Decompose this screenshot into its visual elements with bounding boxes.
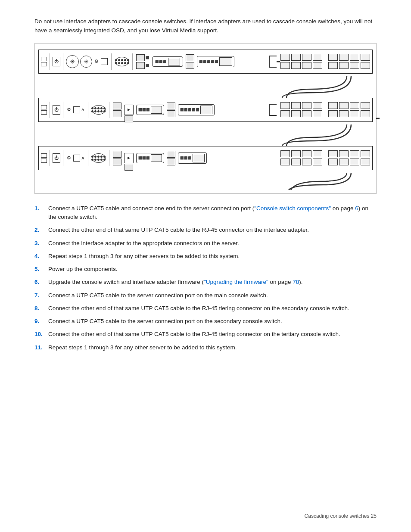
step-7-text: Connect a UTP CAT5 cable to the server c…	[48, 291, 377, 300]
step-6-num: 6.	[34, 278, 44, 286]
step-8-num: 8.	[34, 304, 44, 313]
sw2-ports-right	[280, 102, 370, 117]
step-3-text: Connect the interface adapter to the app…	[48, 239, 377, 248]
sw2-left: ⏻ ⚙ A	[41, 102, 84, 118]
page-footer: Cascading console switches 25	[305, 513, 377, 519]
dot-grid-1	[115, 59, 129, 64]
step-4: 4. Repeat steps 1 through 3 for any othe…	[34, 252, 377, 261]
step-1-link1[interactable]: "Console switch components"	[254, 205, 331, 212]
sw3-left: ⏻ ⚙ A	[41, 150, 84, 166]
step-1: 1. Connect a UTP CAT5 cable and connect …	[34, 204, 377, 222]
sw1-sep2	[63, 53, 63, 70]
step-2: 2. Connect the other end of that same UT…	[34, 226, 377, 234]
step-8: 8. Connect the other end of that same UT…	[34, 304, 377, 313]
step-2-num: 2.	[34, 226, 44, 234]
switch-row-1: ⏻ ✳ ✳ ⚙	[38, 50, 373, 74]
cable-2	[38, 124, 373, 146]
step-1-link2[interactable]: 6	[355, 205, 358, 212]
cable-1	[38, 76, 373, 98]
sw2-dots	[92, 105, 106, 115]
cable-3	[38, 173, 373, 190]
step-5-num: 5.	[34, 265, 44, 274]
step-11-text: Repeat steps 1 through 3 for any other s…	[48, 343, 377, 352]
instructions-list: 1. Connect a UTP CAT5 cable and connect …	[34, 204, 377, 352]
switch-row-2: ⏻ ⚙ A	[38, 98, 373, 122]
step-9-num: 9.	[34, 317, 44, 326]
sw1-box1	[41, 57, 47, 61]
sw1-middle: ⬛ ⬛ ⬛⬛⬛ ⬛⬛⬛⬛⬛	[136, 54, 234, 69]
sw1-sep4	[132, 53, 133, 70]
sw3-dots	[92, 153, 106, 163]
step-8-text: Connect the other end of that same UTP C…	[48, 304, 377, 313]
step-9: 9. Connect a UTP CAT5 cable to the serve…	[34, 317, 377, 326]
step-1-text: Connect a UTP CAT5 cable and connect one…	[48, 204, 377, 222]
sw3-ports-right	[280, 150, 370, 165]
sw1-sep3	[111, 53, 112, 70]
sw1-dots	[115, 57, 129, 66]
sw1-boxes	[41, 57, 47, 66]
step-4-text: Repeat steps 1 through 3 for any other s…	[48, 252, 377, 261]
step-10: 10. Connect the other end of that same U…	[34, 330, 377, 339]
step-11-num: 11.	[34, 343, 44, 352]
step-6: 6. Upgrade the console switch and interf…	[34, 278, 377, 286]
sw1-left: ⏻ ✳ ✳ ⚙	[41, 53, 108, 70]
sw1-box2	[41, 62, 47, 66]
sw2-middle: ▶ ⬛⬛⬛ ⬛⬛⬛⬛⬛	[113, 103, 215, 117]
step-5: 5. Power up the components.	[34, 265, 377, 274]
step-7: 7. Connect a UTP CAT5 cable to the serve…	[34, 291, 377, 300]
step-1-num: 1.	[34, 204, 44, 213]
step-4-num: 4.	[34, 252, 44, 261]
step-6-link1[interactable]: "Upgrading the firmware"	[204, 279, 268, 285]
sw1-sep1	[50, 53, 50, 70]
step-11: 11. Repeat steps 1 through 3 for any oth…	[34, 343, 377, 352]
step-3: 3. Connect the interface adapter to the …	[34, 239, 377, 248]
step-6-text: Upgrade the console switch and interface…	[48, 278, 377, 286]
footer-text: Cascading console switches 25	[305, 513, 377, 519]
step-9-text: Connect a UTP CAT5 cable to the server c…	[48, 317, 377, 326]
step-3-num: 3.	[34, 239, 44, 248]
sw1-ports-right	[280, 54, 370, 69]
step-10-text: Connect the other end of that same UTP C…	[48, 330, 377, 339]
cable-svg-2	[278, 124, 364, 146]
cable-svg-1	[278, 76, 364, 98]
step-7-num: 7.	[34, 291, 44, 300]
step-6-link2[interactable]: 78	[293, 279, 299, 285]
step-2-text: Connect the other end of that same UTP C…	[48, 226, 377, 234]
cable-svg-3	[278, 173, 364, 190]
switch-row-3: ⏻ ⚙ A ▶	[38, 146, 373, 170]
intro-paragraph: Do not use interface adapters to cascade…	[34, 17, 377, 35]
step-10-num: 10.	[34, 330, 44, 339]
diagram-container: ⏻ ✳ ✳ ⚙	[34, 43, 377, 194]
step-5-text: Power up the components.	[48, 265, 377, 274]
sw3-middle: ▶ ⬛⬛⬛ ⬛⬛⬛	[113, 151, 207, 165]
